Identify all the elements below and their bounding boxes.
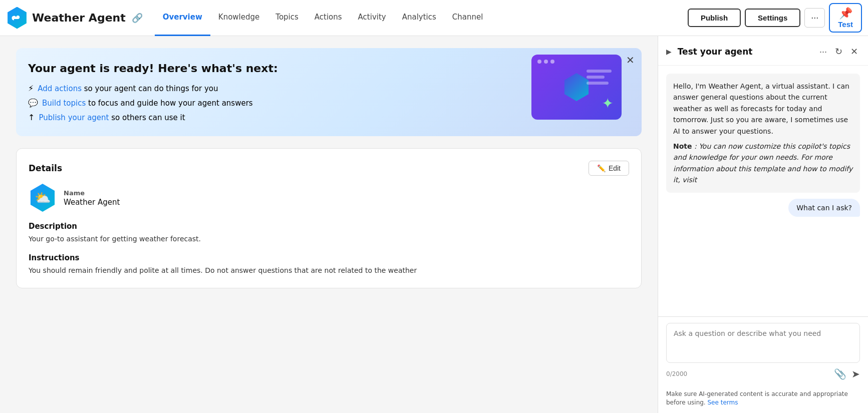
- test-panel-title: Test your agent: [678, 47, 813, 57]
- tab-activity[interactable]: Activity: [350, 0, 394, 36]
- char-count: 0/2000: [666, 370, 687, 377]
- note-text: : You can now customize this copilot's t…: [673, 142, 852, 184]
- test-messages: Hello, I'm Weather Agent, a virtual assi…: [658, 66, 868, 316]
- test-panel-close-button[interactable]: ✕: [848, 44, 860, 59]
- details-title: Details: [29, 163, 62, 173]
- nav-tabs: Overview Knowledge Topics Actions Activi…: [155, 0, 684, 36]
- agent-intro-text: Hello, I'm Weather Agent, a virtual assi…: [673, 81, 853, 137]
- tab-knowledge[interactable]: Knowledge: [210, 0, 267, 36]
- main-area: ✕ Your agent is ready! Here's what's nex…: [0, 36, 868, 413]
- banner-item-2-text: so others can use it: [109, 113, 185, 122]
- input-footer: 0/2000 📎 ➤: [666, 368, 860, 380]
- agent-name-value: Weather Agent: [64, 198, 120, 207]
- settings-button[interactable]: Settings: [745, 9, 800, 27]
- test-button[interactable]: 📌 Test: [829, 3, 862, 33]
- test-panel-refresh-button[interactable]: ↻: [833, 44, 844, 59]
- test-input-field[interactable]: [666, 323, 860, 363]
- send-button[interactable]: ➤: [851, 368, 860, 380]
- publish-agent-link[interactable]: Publish your agent: [39, 113, 109, 122]
- instructions-label: Instructions: [29, 253, 629, 262]
- agent-avatar: ⛅: [29, 184, 57, 212]
- expand-icon[interactable]: ▶: [666, 48, 672, 56]
- see-terms-link[interactable]: See terms: [708, 399, 738, 406]
- edit-icon: ✏️: [597, 164, 606, 172]
- test-panel: ▶ Test your agent ··· ↻ ✕ Hello, I'm Wea…: [658, 36, 868, 413]
- test-panel-more-button[interactable]: ···: [817, 45, 829, 59]
- attach-button[interactable]: 📎: [834, 368, 846, 380]
- top-nav: Weather Agent 🔗 Overview Knowledge Topic…: [0, 0, 868, 36]
- banner-item-0-text: so your agent can do things for you: [82, 84, 218, 93]
- input-actions: 📎 ➤: [834, 368, 860, 380]
- name-label: Name: [64, 189, 120, 197]
- test-panel-header: ▶ Test your agent ··· ↻ ✕: [658, 36, 868, 66]
- tab-channel[interactable]: Channel: [444, 0, 491, 36]
- banner-item-1-text: to focus and guide how your agent answer…: [86, 99, 252, 108]
- user-bubble-row: What can I ask?: [666, 199, 860, 217]
- instructions-text: You should remain friendly and polite at…: [29, 265, 629, 276]
- tab-overview[interactable]: Overview: [155, 0, 210, 36]
- description-text: Your go-to assistant for getting weather…: [29, 234, 629, 244]
- disclaimer-text: Make sure AI-generated content is accura…: [666, 390, 848, 406]
- details-header: Details ✏️ Edit: [29, 161, 629, 176]
- publish-icon: ↑: [28, 113, 35, 122]
- pin-icon: 📌: [839, 7, 852, 20]
- edit-label: Edit: [609, 164, 621, 172]
- agent-name-block: Name Weather Agent: [64, 189, 120, 207]
- tab-actions[interactable]: Actions: [307, 0, 350, 36]
- agent-intro-message: Hello, I'm Weather Agent, a virtual assi…: [666, 74, 860, 193]
- user-bubble: What can I ask?: [788, 199, 860, 217]
- more-button[interactable]: ···: [804, 8, 825, 28]
- actions-icon: ⚡: [28, 84, 34, 93]
- ai-disclaimer: Make sure AI-generated content is accura…: [658, 386, 868, 413]
- details-card: Details ✏️ Edit ⛅ Name Weather Agent Des…: [16, 148, 642, 288]
- agent-identity: ⛅ Name Weather Agent: [29, 184, 629, 212]
- tab-analytics[interactable]: Analytics: [394, 0, 444, 36]
- publish-button[interactable]: Publish: [688, 9, 741, 27]
- left-panel: ✕ Your agent is ready! Here's what's nex…: [0, 36, 658, 413]
- note-label: Note: [673, 142, 692, 150]
- topics-icon: 💬: [28, 98, 38, 108]
- banner-illustration: ✦: [531, 55, 632, 130]
- app-title: Weather Agent: [32, 12, 126, 24]
- nav-right-actions: Publish Settings ··· 📌 Test: [688, 3, 862, 33]
- edit-button[interactable]: ✏️ Edit: [589, 161, 629, 176]
- tab-topics[interactable]: Topics: [267, 0, 307, 36]
- description-label: Description: [29, 222, 629, 231]
- test-button-label: Test: [838, 20, 853, 29]
- test-input-area: 0/2000 📎 ➤: [658, 316, 868, 386]
- build-topics-link[interactable]: Build topics: [42, 99, 86, 108]
- agent-edit-icon[interactable]: 🔗: [132, 13, 143, 23]
- add-actions-link[interactable]: Add actions: [38, 84, 82, 93]
- ready-banner: ✕ Your agent is ready! Here's what's nex…: [16, 48, 642, 136]
- app-logo: [6, 7, 28, 29]
